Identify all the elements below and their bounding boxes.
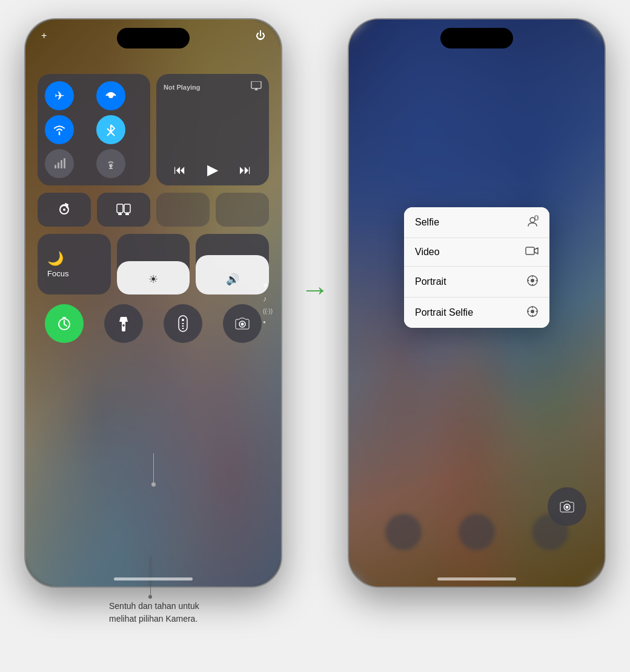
video-icon — [525, 246, 539, 258]
cc-media-block: Not Playing ⏮ ▶ ⏭ — [156, 74, 269, 185]
dot-indicator: ● — [263, 319, 273, 325]
bluetooth-button[interactable] — [96, 115, 125, 144]
right-phone: Selfie Video — [348, 18, 606, 588]
svg-rect-10 — [118, 213, 122, 215]
focus-button[interactable]: 🌙 Focus — [38, 234, 111, 294]
selfie-label: Selfie — [415, 217, 439, 228]
svg-rect-4 — [64, 158, 65, 168]
annotation-line — [153, 453, 154, 487]
svg-rect-3 — [61, 160, 62, 168]
arrow-icon: → — [300, 273, 330, 306]
blank-btn-2 — [216, 193, 269, 227]
hotspot-button[interactable] — [96, 149, 125, 178]
camera-button-right[interactable] — [548, 487, 586, 526]
svg-point-21 — [241, 323, 244, 326]
airplay-icon[interactable] — [251, 81, 262, 93]
blank-btn-1 — [156, 193, 210, 227]
side-indicators: ♥ ♪ ((·)) ● — [263, 281, 273, 325]
svg-rect-11 — [125, 213, 129, 215]
svg-point-16 — [182, 319, 184, 321]
screen-rotation-button[interactable] — [38, 193, 91, 227]
caption-area: Sentuh dan tahan untuk melihat pilihan K… — [0, 593, 630, 625]
svg-rect-24 — [526, 247, 534, 254]
caption-text: Sentuh dan tahan untuk melihat pilihan K… — [109, 600, 199, 625]
portrait-menu-item[interactable]: Portrait — [404, 267, 549, 298]
svg-rect-17 — [182, 323, 184, 324]
remote-button[interactable] — [164, 304, 202, 343]
plus-icon[interactable]: + — [41, 30, 47, 41]
power-icon[interactable]: ⏻ — [256, 30, 265, 41]
video-label: Video — [415, 247, 440, 258]
blurred-btn-2 — [459, 514, 495, 550]
cc-top-section: ✈ — [38, 74, 269, 185]
wifi-calling-button[interactable] — [96, 81, 125, 110]
svg-point-7 — [63, 208, 65, 211]
portrait-selfie-label: Portrait Selfie — [415, 307, 473, 318]
portrait-icon — [526, 274, 539, 289]
volume-icon: 🔊 — [226, 273, 239, 286]
svg-point-26 — [531, 279, 534, 282]
dynamic-island-right — [440, 28, 513, 48]
svg-rect-13 — [62, 317, 66, 319]
svg-point-14 — [122, 324, 125, 327]
cc-bottom-row — [38, 304, 269, 343]
selfie-icon — [526, 215, 539, 230]
svg-rect-9 — [124, 204, 130, 213]
video-menu-item[interactable]: Video — [404, 238, 549, 267]
media-title: Not Playing — [164, 84, 201, 91]
camera-button-left[interactable] — [223, 304, 262, 343]
left-phone: + ⏻ ✈ — [24, 18, 282, 588]
portrait-selfie-icon — [526, 305, 539, 320]
cellular-button[interactable] — [45, 149, 74, 178]
svg-rect-23 — [535, 216, 538, 220]
brightness-slider[interactable]: ☀ — [117, 234, 190, 294]
music-indicator: ♪ — [263, 294, 273, 303]
camera-context-menu: Selfie Video — [404, 207, 549, 328]
svg-rect-8 — [117, 204, 123, 213]
phones-container: + ⏻ ✈ — [0, 0, 630, 588]
brightness-icon: ☀ — [148, 273, 158, 286]
home-indicator-right — [437, 577, 516, 581]
cc-media-controls: ⏮ ▶ ⏭ — [164, 161, 262, 178]
volume-slider[interactable]: 🔊 — [196, 234, 269, 294]
portrait-label: Portrait — [415, 276, 446, 287]
airplane-mode-button[interactable]: ✈ — [45, 81, 74, 110]
arrow-container: → — [300, 18, 330, 306]
power-button[interactable] — [281, 128, 282, 171]
play-button[interactable]: ▶ — [207, 161, 218, 178]
svg-point-30 — [566, 506, 569, 509]
blurred-btn-1 — [385, 514, 422, 550]
svg-rect-18 — [182, 325, 184, 327]
svg-point-28 — [531, 310, 534, 313]
control-center: ✈ — [25, 19, 281, 587]
right-power-button[interactable] — [605, 128, 606, 171]
portrait-selfie-menu-item[interactable]: Portrait Selfie — [404, 298, 549, 328]
timer-button[interactable] — [45, 304, 84, 343]
screen-mirror-button[interactable] — [97, 193, 150, 227]
dynamic-island-left — [117, 28, 190, 48]
right-phone-screen: Selfie Video — [349, 19, 605, 587]
cc-focus-slider-row: 🌙 Focus ☀ 🔊 — [38, 234, 269, 294]
selfie-menu-item[interactable]: Selfie — [404, 207, 549, 238]
svg-rect-2 — [58, 162, 59, 168]
prev-button[interactable]: ⏮ — [174, 163, 186, 177]
signal-indicator: ((·)) — [263, 308, 273, 314]
heart-indicator: ♥ — [263, 281, 273, 290]
cc-media-top: Not Playing — [164, 81, 262, 93]
cc-middle-row — [38, 193, 269, 227]
focus-label: Focus — [47, 269, 68, 278]
svg-rect-19 — [182, 328, 184, 329]
svg-point-22 — [530, 218, 535, 222]
svg-rect-1 — [55, 165, 56, 168]
left-phone-screen: + ⏻ ✈ — [25, 19, 281, 587]
home-indicator-left — [114, 577, 193, 581]
flashlight-button[interactable] — [104, 304, 143, 343]
wifi-button[interactable] — [45, 115, 74, 144]
next-button[interactable]: ⏭ — [239, 163, 251, 177]
cc-connectivity-block: ✈ — [38, 74, 150, 185]
